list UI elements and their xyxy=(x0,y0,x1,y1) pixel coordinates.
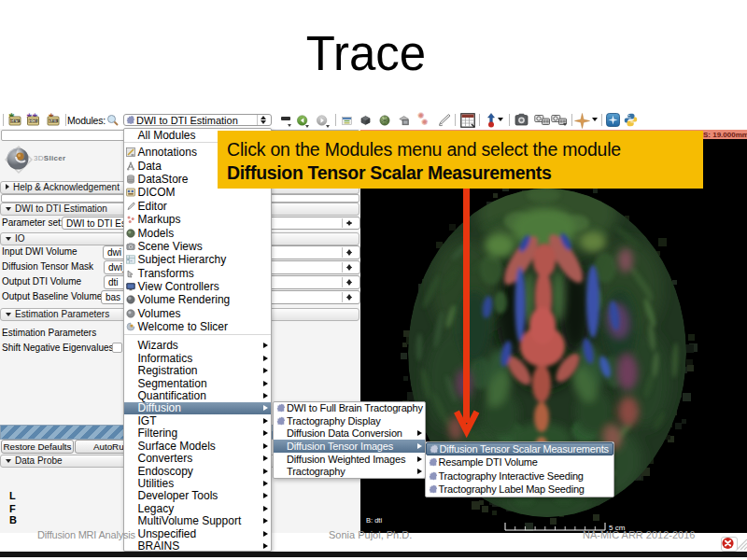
svg-text:DCM: DCM xyxy=(29,119,36,123)
svg-text:DATA: DATA xyxy=(11,119,21,123)
svg-text:SAVE: SAVE xyxy=(49,119,59,123)
